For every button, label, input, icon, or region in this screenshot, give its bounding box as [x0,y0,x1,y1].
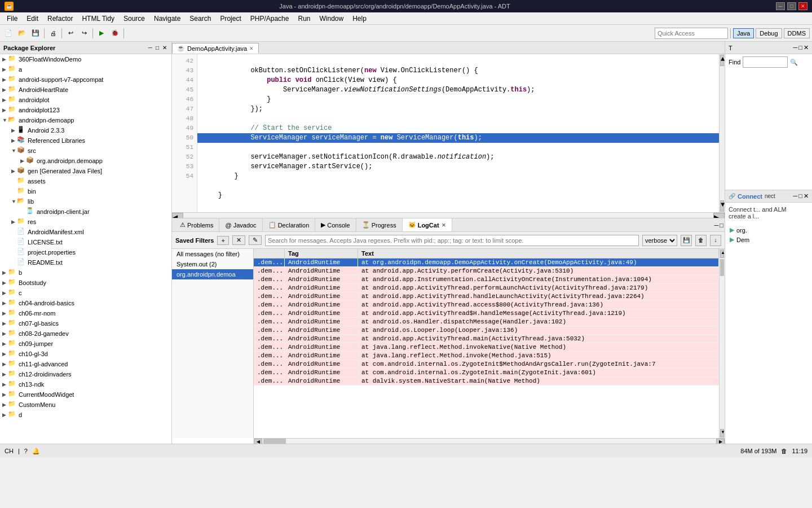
connect-tree-item-1[interactable]: ▶ org. [727,225,810,235]
logcat-scrollbar[interactable]: ▲ ▼ [719,249,725,438]
close-button[interactable]: ✕ [798,2,807,10]
menu-item-file[interactable]: File [2,14,22,24]
tree-item-android-sdk[interactable]: ▶ 📱 Android 2.3.3 [0,125,171,135]
menu-item-run[interactable]: Run [293,14,315,24]
logcat-scroll-down[interactable]: ▼ [720,429,724,437]
tree-item-androidpn-demoapp[interactable]: ▼ 📂 androidpn-demoapp [0,115,171,125]
menu-item-navigate[interactable]: Navigate [149,14,185,24]
log-row-13[interactable]: .dem... AndroidRuntime at com.android.in… [254,360,719,369]
filter-org-androidpn[interactable]: org.androidpn.demoa [172,269,253,279]
find-input-container[interactable] [743,56,788,68]
tree-item-gen[interactable]: ▶ 📦 gen [Generated Java Files] [0,166,171,176]
logcat-clear-button[interactable]: 🗑 [695,235,707,246]
tree-item-jar[interactable]: 🫙 androidpn-client.jar [0,207,171,217]
logcat-scroll-up[interactable]: ▲ [720,249,724,258]
panel-maximize-button[interactable]: □ [155,45,160,51]
connect-close[interactable]: ✕ [804,192,809,200]
scroll-up-button[interactable]: ▲ [720,55,724,66]
menu-item-help[interactable]: Help [348,14,371,24]
tree-item-assets[interactable]: 📁 assets [0,176,171,186]
tree-item-CustomMenu[interactable]: ▶ 📁 CustomMenu [0,400,171,410]
log-row-15[interactable]: .dem... AndroidRuntime at dalvik.system.… [254,377,719,386]
menu-item-php/apache[interactable]: PHP/Apache [246,14,294,24]
right-close-button[interactable]: ✕ [804,44,809,51]
editor-hscrollbar[interactable]: ◀ ▶ [172,212,725,218]
tree-item-bin[interactable]: 📁 bin [0,186,171,196]
code-editor[interactable]: 42 43 44 45 46 47 48 49 50 51 52 53 54 o… [172,54,725,212]
tree-item-ch10[interactable]: ▶ 📁 ch10-gl-3d [0,349,171,359]
tree-item-LICENSE[interactable]: 📄 LICENSE.txt [0,237,171,247]
panel-minimize-button[interactable]: ─ [147,45,153,51]
new-button[interactable]: 📄 [2,27,15,40]
right-maximize-button[interactable]: □ [798,44,802,51]
tree-item-Bootstudy[interactable]: ▶ 📁 Bootstudy [0,278,171,288]
tree-item-ch09[interactable]: ▶ 📁 ch09-jumper [0,339,171,349]
tree-item-androidplot[interactable]: ▶ 📁 androidplot [0,95,171,105]
tree-item-androidplot123[interactable]: ▶ 📁 androidplot123 [0,105,171,115]
tab-console[interactable]: ▶ Console [315,218,356,231]
tree-item-b[interactable]: ▶ 📁 b [0,268,171,278]
editor-scrollbar[interactable]: ▲ ▼ [719,54,725,212]
tree-item-ch08[interactable]: ▶ 📁 ch08-2d-gamedev [0,329,171,339]
tree-item-lib[interactable]: ▼ 📂 lib [0,196,171,207]
panel-close-button[interactable]: ✕ [161,45,168,51]
tree-item-ch07[interactable]: ▶ 📁 ch07-gl-basics [0,318,171,329]
tab-declaration[interactable]: 📋 Declaration [263,218,316,231]
verbose-select[interactable]: verbose debug info warn error [642,235,677,246]
tree-item-res[interactable]: ▶ 📁 res [0,217,171,227]
find-input[interactable] [743,58,787,66]
tree-item-package[interactable]: ▶ 📦 org.androidpn.demoapp [0,156,171,166]
tab-javadoc[interactable]: @ Javadoc [219,218,262,231]
tree-item-ch12[interactable]: ▶ 📁 ch12-droidinvaders [0,369,171,379]
log-row-2[interactable]: .dem... AndroidRuntime at android.app.Ac… [254,267,719,275]
tree-item-AndroidHeartRate[interactable]: ▶ 📁 AndroidHeartRate [0,85,171,95]
package-tree[interactable]: ▶ 📁 360FloatWindowDemo ▶ 📁 a ▶ 📁 android… [0,54,171,444]
ddms-perspective-button[interactable]: DDMS [784,28,810,38]
tree-item-src[interactable]: ▼ 📦 src [0,146,171,156]
tree-item-360FloatWindowDemo[interactable]: ▶ 📁 360FloatWindowDemo [0,54,171,64]
connect-maximize[interactable]: □ [798,192,802,200]
debug-perspective-button[interactable]: Debug [756,28,782,38]
tree-item-c[interactable]: ▶ 📁 c [0,288,171,298]
log-row-6[interactable]: .dem... AndroidRuntime at android.app.Ac… [254,301,719,309]
tree-item-README[interactable]: 📄 README.txt [0,257,171,268]
tree-item-referenced-libraries[interactable]: ▶ 📚 Referenced Libraries [0,135,171,146]
tab-problems[interactable]: ⚠ Problems [174,218,219,231]
print-button[interactable]: 🖨 [47,27,59,40]
editor-tab-DemoAppActivity[interactable]: ☕ DemoAppActivity.java ✕ [172,43,259,54]
tab-progress[interactable]: ⏳ Progress [356,218,403,231]
log-row-10[interactable]: .dem... AndroidRuntime at android.app.Ac… [254,335,719,343]
redo-button[interactable]: ↪ [78,27,90,40]
menu-item-source[interactable]: Source [119,14,149,24]
log-row-4[interactable]: .dem... AndroidRuntime at android.app.Ac… [254,284,719,292]
menu-item-edit[interactable]: Edit [22,14,43,24]
right-minimize-button[interactable]: ─ [793,44,798,51]
tree-item-a[interactable]: ▶ 📁 a [0,64,171,75]
menu-item-refactor[interactable]: Refactor [43,14,77,24]
logcat-hscrollbar[interactable]: ◀ ▶ [254,438,725,444]
save-button[interactable]: 💾 [29,27,42,40]
scroll-down-button[interactable]: ▼ [720,200,724,212]
open-button[interactable]: 📂 [16,27,28,40]
bottom-panel-maximize[interactable]: □ [720,222,723,229]
java-perspective-button[interactable]: Java [733,28,754,38]
debug-button[interactable]: 🐞 [109,27,121,40]
log-row-1[interactable]: .dem... AndroidRuntime at org.androidpn.… [254,259,719,267]
connect-minimize[interactable]: ─ [793,192,798,200]
filter-all-messages[interactable]: All messages (no filter) [172,249,253,259]
log-row-7[interactable]: .dem... AndroidRuntime at android.app.Ac… [254,309,719,318]
undo-button[interactable]: ↩ [64,27,77,40]
tree-item-CurrentMoodWidget[interactable]: ▶ 📁 CurrentMoodWidget [0,389,171,400]
edit-filter-button[interactable]: ✎ [249,235,262,245]
bottom-panel-minimize[interactable]: ─ [714,222,719,229]
code-content[interactable]: okButton.setOnClickListener(new View.OnC… [197,54,719,212]
logcat-tab-close[interactable]: ✕ [442,222,446,228]
logcat-scroll-button[interactable]: ↓ [710,235,721,246]
minimize-button[interactable]: ─ [776,2,785,10]
logcat-scroll-thumb[interactable] [720,259,724,276]
run-button[interactable]: ▶ [95,27,108,40]
tree-item-ch13[interactable]: ▶ 📁 ch13-ndk [0,379,171,389]
log-row-11[interactable]: .dem... AndroidRuntime at java.lang.refl… [254,343,719,352]
tab-close-button[interactable]: ✕ [249,46,254,51]
log-row-3[interactable]: .dem... AndroidRuntime at android.app.In… [254,275,719,284]
